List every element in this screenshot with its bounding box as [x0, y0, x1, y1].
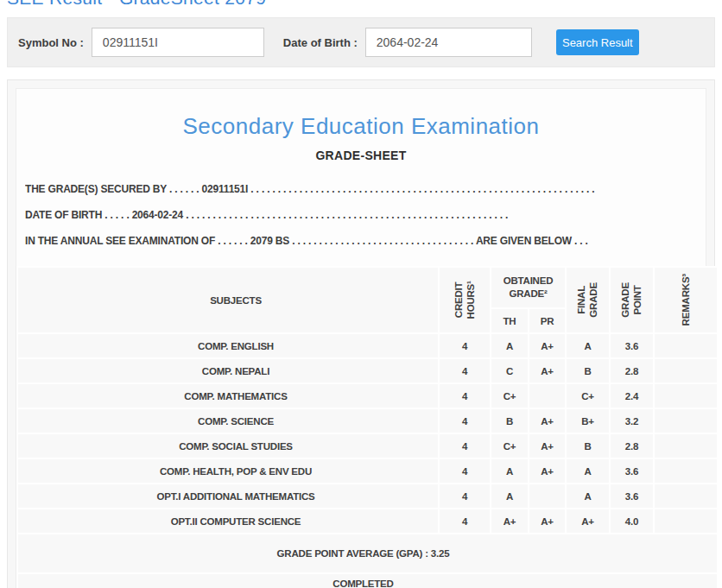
search-result-button[interactable]: Search Result [556, 29, 639, 55]
subject-cell: COMP. HEALTH, POP & ENV EDU [18, 459, 438, 483]
credit-cell: 4 [440, 509, 490, 533]
pr-cell: A+ [529, 434, 565, 458]
subject-cell: COMP. SCIENCE [18, 409, 438, 433]
date-of-birth-input[interactable] [365, 28, 532, 57]
final-grade-cell: A [567, 334, 609, 357]
grade-point-cell: 3.6 [611, 484, 653, 508]
pr-cell: A+ [529, 334, 565, 357]
remarks-cell [655, 434, 717, 458]
pr-cell: A+ [529, 509, 565, 533]
th-cell: A+ [491, 509, 528, 533]
table-row: COMP. ENGLISH 4 A A+ A 3.6 [18, 334, 717, 357]
symbol-no-label: Symbol No : [18, 36, 84, 49]
credit-hours-header: CREDIT HOURS¹ [440, 268, 490, 332]
gpa-row: GRADE POINT AVERAGE (GPA) : 3.25 [18, 534, 717, 572]
subject-cell: COMP. MATHEMATICS [18, 384, 438, 408]
th-cell: A [491, 484, 528, 508]
credit-cell: 4 [440, 384, 490, 408]
table-row: COMP. SOCIAL STUDIES 4 C+ A+ B 2.8 [18, 434, 717, 458]
grade-point-cell: 3.6 [611, 459, 653, 483]
table-row: OPT.II COMPUTER SCIENCE 4 A+ A+ A+ 4.0 [18, 509, 717, 533]
remarks-cell [655, 509, 717, 533]
pr-cell: A+ [529, 359, 565, 383]
subject-cell: COMP. SOCIAL STUDIES [18, 434, 438, 458]
subject-cell: COMP. ENGLISH [18, 334, 438, 357]
grades-table: SUBJECTS CREDIT HOURS¹ OBTAINED GRADE² F… [16, 266, 719, 588]
credit-cell: 4 [440, 459, 490, 483]
grade-point-cell: 3.6 [611, 334, 653, 357]
subject-cell: COMP. NEPALI [18, 359, 438, 383]
final-grade-cell: A [567, 459, 609, 483]
pr-cell [529, 484, 565, 508]
th-cell: C [491, 359, 528, 383]
table-row: COMP. SCIENCE 4 B A+ B+ 3.2 [18, 409, 717, 433]
th-cell: A [491, 334, 528, 357]
symbol-no-input[interactable] [92, 28, 264, 57]
credit-cell: 4 [440, 359, 490, 383]
credit-cell: 4 [440, 334, 490, 357]
remarks-cell [655, 359, 717, 383]
final-grade-cell: B [567, 434, 609, 458]
final-grade-cell: A [567, 484, 609, 508]
grade-sheet-subtitle: GRADE-SHEET [16, 149, 706, 162]
document-lines: THE GRADE(S) SECURED BY . . . . . . 0291… [25, 176, 697, 254]
gpa-value: GRADE POINT AVERAGE (GPA) : 3.25 [18, 534, 717, 572]
pr-header: PR [529, 309, 565, 332]
obtained-grade-header: OBTAINED GRADE² [491, 268, 565, 307]
page-title-clip: SEE Result - GradeSheet 2079 [7, 0, 715, 10]
pr-cell: A+ [529, 409, 565, 433]
grade-point-header: GRADE POINT [611, 268, 653, 332]
status-badge: COMPLETED [18, 574, 717, 588]
grade-point-cell: 2.8 [611, 434, 653, 458]
th-cell: C+ [491, 434, 528, 458]
final-grade-header: FINAL GRADE [567, 268, 609, 332]
credit-cell: 4 [440, 409, 490, 433]
date-of-birth-line: DATE OF BIRTH . . . . . 2064-02-24 . . .… [25, 202, 697, 228]
status-row: COMPLETED [18, 574, 717, 588]
remarks-cell [655, 484, 717, 508]
remarks-cell [655, 459, 717, 483]
table-row: COMP. NEPALI 4 C A+ B 2.8 [18, 359, 717, 383]
result-panel: Secondary Education Examination GRADE-SH… [7, 79, 715, 588]
grade-point-cell: 4.0 [611, 509, 653, 533]
grade-sheet-card: Secondary Education Examination GRADE-SH… [16, 88, 706, 588]
grade-point-cell: 2.8 [611, 359, 653, 383]
table-row: COMP. HEALTH, POP & ENV EDU 4 A A+ A 3.6 [18, 459, 717, 483]
th-cell: B [491, 409, 528, 433]
th-header: TH [491, 309, 528, 332]
remarks-cell [655, 384, 717, 408]
remarks-cell [655, 409, 717, 433]
subject-cell: OPT.I ADDITIONAL MATHEMATICS [18, 484, 438, 508]
date-of-birth-label: Date of Birth : [283, 36, 358, 49]
credit-cell: 4 [440, 434, 490, 458]
grade-point-cell: 3.2 [611, 409, 653, 433]
pr-cell: A+ [529, 459, 565, 483]
credit-cell: 4 [440, 484, 490, 508]
table-header-row: SUBJECTS CREDIT HOURS¹ OBTAINED GRADE² F… [18, 268, 717, 307]
grade-point-cell: 2.4 [611, 384, 653, 408]
remarks-header: REMARKS³ [655, 268, 717, 332]
subject-cell: OPT.II COMPUTER SCIENCE [18, 509, 438, 533]
th-cell: C+ [491, 384, 528, 408]
final-grade-cell: C+ [567, 384, 609, 408]
examination-of-line: IN THE ANNUAL SEE EXAMINATION OF . . . .… [25, 228, 697, 254]
table-row: COMP. MATHEMATICS 4 C+ C+ 2.4 [18, 384, 717, 408]
th-cell: A [491, 459, 528, 483]
remarks-cell [655, 334, 717, 357]
secured-by-line: THE GRADE(S) SECURED BY . . . . . . 0291… [25, 176, 697, 202]
table-row: OPT.I ADDITIONAL MATHEMATICS 4 A A 3.6 [18, 484, 717, 508]
exam-title: Secondary Education Examination [16, 89, 706, 140]
final-grade-cell: A+ [567, 509, 609, 533]
final-grade-cell: B+ [567, 409, 609, 433]
search-bar: Symbol No : Date of Birth : Search Resul… [7, 17, 715, 67]
page-title: SEE Result - GradeSheet 2079 [7, 0, 715, 9]
final-grade-cell: B [567, 359, 609, 383]
subjects-header: SUBJECTS [18, 268, 438, 332]
pr-cell [529, 384, 565, 408]
